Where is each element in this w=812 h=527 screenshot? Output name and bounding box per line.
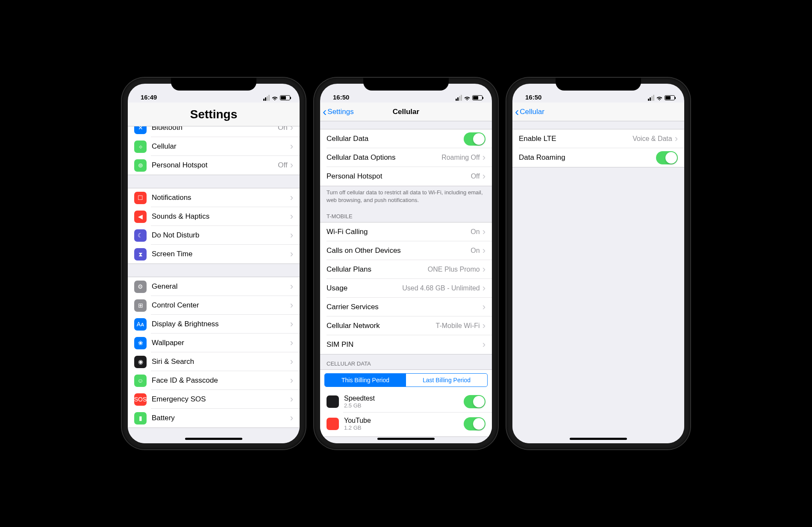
toggle[interactable] [656,151,678,164]
row-value: ONE Plus Promo [428,266,480,273]
settings-row-face-id-passcode[interactable]: ☺Face ID & Passcode› [128,371,300,390]
signal-icon [263,95,270,101]
chevron-right-icon: › [290,249,293,260]
segmented-control[interactable]: This Billing PeriodLast Billing Period [324,373,488,387]
group-connectivity: ✕BluetoothOn›⟐Cellular›⊚Personal Hotspot… [128,126,300,175]
settings-row-wallpaper[interactable]: ❀Wallpaper› [128,334,300,352]
row-cellular-data-options[interactable]: Cellular Data OptionsRoaming Off› [320,148,492,167]
chevron-right-icon: › [482,320,485,331]
settings-row-emergency-sos[interactable]: SOSEmergency SOS› [128,390,300,409]
home-indicator[interactable] [377,438,435,440]
moon-icon: ☾ [134,229,147,242]
navbar: Settings [128,102,300,126]
row-value: On [471,228,480,236]
segment-0[interactable]: This Billing Period [325,374,406,386]
settings-row-bluetooth[interactable]: ✕BluetoothOn› [128,126,300,137]
sos-icon: SOS [134,393,147,406]
row-cellular-network[interactable]: Cellular NetworkT-Mobile Wi-Fi› [320,316,492,335]
chevron-right-icon: › [482,302,485,313]
row-carrier-services[interactable]: Carrier Services› [320,298,492,316]
settings-row-display-brightness[interactable]: AᴀDisplay & Brightness› [128,315,300,334]
toggle[interactable] [464,395,485,408]
row-sim-pin[interactable]: SIM PIN› [320,335,492,354]
chevron-right-icon: › [290,337,293,348]
row-label: Siri & Search [152,357,290,366]
settings-list[interactable]: ✕BluetoothOn›⟐Cellular›⊚Personal Hotspot… [128,126,300,443]
settings-row-cellular[interactable]: ⟐Cellular› [128,137,300,156]
screen-cellular: 16:50 ‹ Settings Cellular Cellular DataC… [320,84,492,443]
navbar: ‹ Cellular [512,102,684,121]
cellular-list[interactable]: Cellular DataCellular Data OptionsRoamin… [320,121,492,443]
back-label: Cellular [520,108,544,116]
chevron-left-icon: ‹ [323,106,327,118]
back-button[interactable]: ‹ Cellular [515,106,544,118]
row-label: Calls on Other Devices [327,246,471,255]
bluetooth-icon: ✕ [134,126,147,134]
notify-icon: ☐ [134,192,147,204]
navbar: ‹ Settings Cellular [320,102,492,121]
page-title: Cellular [393,108,419,116]
settings-row-siri-search[interactable]: ◉Siri & Search› [128,352,300,371]
settings-row-battery[interactable]: ▮Battery› [128,409,300,427]
app-usage: 2.5 GB [344,402,464,409]
section-header-carrier: T-MOBILE [320,207,492,222]
row-label: Screen Time [152,250,290,258]
status-indicators [263,95,290,101]
toggle[interactable] [464,132,485,146]
display-icon: Aᴀ [134,318,147,331]
row-personal-hotspot[interactable]: Personal HotspotOff› [320,167,492,186]
row-label: Bluetooth [152,126,278,132]
row-label: Wi-Fi Calling [327,228,471,236]
chevron-right-icon: › [482,264,485,275]
chevron-right-icon: › [482,283,485,294]
row-cellular-plans[interactable]: Cellular PlansONE Plus Promo› [320,260,492,279]
row-label: Emergency SOS [152,395,290,404]
chevron-right-icon: › [290,300,293,311]
row-value: Used 4.68 GB - Unlimited [402,284,480,292]
segment-1[interactable]: Last Billing Period [406,374,487,386]
app-row-youtube[interactable]: YouTube1.2 GB [320,413,492,435]
row-data-roaming[interactable]: Data Roaming [512,148,684,167]
app-row-speedtest[interactable]: Speedtest2.5 GB [320,390,492,413]
row-wi-fi-calling[interactable]: Wi-Fi CallingOn› [320,223,492,241]
settings-row-control-center[interactable]: ⊞Control Center› [128,296,300,315]
wallpaper-icon: ❀ [134,337,147,349]
status-bar: 16:49 [128,84,300,102]
signal-icon [456,95,462,101]
row-value: On [471,247,480,255]
chevron-right-icon: › [290,394,293,405]
settings-row-general[interactable]: ⚙General› [128,277,300,296]
row-label: Personal Hotspot [152,161,278,170]
row-enable-lte[interactable]: Enable LTEVoice & Data› [512,129,684,148]
options-list[interactable]: Enable LTEVoice & Data›Data Roaming [512,121,684,443]
row-value: On [278,126,288,132]
status-bar: 16:50 [320,84,492,102]
chevron-right-icon: › [290,230,293,241]
row-value: Off [278,161,287,170]
group-options: Enable LTEVoice & Data›Data Roaming [512,129,684,167]
chevron-right-icon: › [675,133,678,144]
row-value: Off [471,173,480,180]
group-data: This Billing PeriodLast Billing Period S… [320,369,492,437]
phone-2: 16:50 ‹ Settings Cellular Cellular DataC… [314,78,498,449]
row-value: Voice & Data [633,135,672,143]
settings-row-notifications[interactable]: ☐Notifications› [128,188,300,207]
settings-row-sounds-haptics[interactable]: ◀Sounds & Haptics› [128,207,300,226]
row-cellular-data[interactable]: Cellular Data [320,129,492,148]
back-button[interactable]: ‹ Settings [323,106,354,118]
battery-icon [665,95,675,100]
settings-row-personal-hotspot[interactable]: ⊚Personal HotspotOff› [128,156,300,175]
app-usage: 1.2 GB [344,425,464,431]
row-usage[interactable]: UsageUsed 4.68 GB - Unlimited› [320,279,492,298]
app-name: YouTube [344,417,464,425]
settings-row-screen-time[interactable]: ⧗Screen Time› [128,245,300,264]
row-label: Cellular [152,142,290,151]
chevron-right-icon: › [290,356,293,367]
toggle[interactable] [464,417,485,430]
home-indicator[interactable] [185,438,242,440]
settings-row-do-not-disturb[interactable]: ☾Do Not Disturb› [128,226,300,245]
row-calls-on-other-devices[interactable]: Calls on Other DevicesOn› [320,241,492,260]
home-indicator[interactable] [570,438,627,440]
wifi-icon [656,95,663,100]
row-label: Cellular Data [327,135,464,143]
